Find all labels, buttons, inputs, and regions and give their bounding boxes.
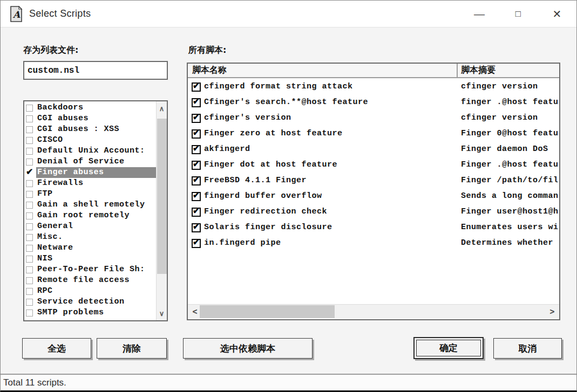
table-row[interactable]: akfingerdFinger daemon DoS	[188, 143, 559, 159]
script-name: cfinger's version	[204, 113, 291, 122]
category-item[interactable]: Gain root remotely	[24, 210, 156, 221]
maximize-button[interactable]: □	[499, 1, 538, 27]
category-label: Peer-To-Peer File Sh:	[36, 264, 156, 275]
table-row[interactable]: Solaris finger disclosureEnumerates user…	[188, 221, 559, 237]
category-checkbox[interactable]	[26, 212, 33, 219]
category-checkbox[interactable]	[26, 310, 33, 317]
category-checkbox[interactable]	[26, 115, 33, 122]
scroll-down-icon[interactable]: ∨	[157, 306, 167, 320]
script-checkbox[interactable]	[192, 223, 201, 232]
category-checkbox[interactable]	[26, 223, 33, 230]
select-dependencies-button[interactable]: 选中依赖脚本	[183, 338, 313, 359]
category-item[interactable]: Peer-To-Peer File Sh:	[24, 264, 156, 275]
category-item[interactable]: Remote file access	[24, 275, 156, 286]
table-row[interactable]: fingerd buffer overflowSends a long comm…	[188, 190, 559, 205]
category-item[interactable]: Finger abuses	[24, 167, 156, 178]
script-table: 脚本名称 脚本摘要 cfingerd format string attackc…	[187, 63, 560, 320]
column-header-script-name[interactable]: 脚本名称	[192, 65, 227, 76]
script-checkbox[interactable]	[192, 145, 201, 154]
script-checkbox[interactable]	[192, 192, 201, 201]
category-checkbox[interactable]	[26, 256, 33, 263]
category-label: RPC	[36, 286, 156, 297]
script-name: cfingerd format string attack	[204, 82, 353, 91]
category-label: NIS	[36, 253, 156, 264]
category-item[interactable]: General	[24, 221, 156, 232]
script-file-icon: A	[10, 6, 23, 22]
script-name: Finger dot at host feature	[204, 160, 337, 169]
column-divider[interactable]	[457, 64, 458, 78]
category-checkbox[interactable]	[26, 234, 33, 241]
window-title: Select Scripts	[29, 8, 91, 19]
category-item[interactable]: RPC	[24, 286, 156, 297]
category-checkbox[interactable]	[26, 137, 33, 144]
category-checkbox[interactable]	[26, 202, 33, 209]
category-item[interactable]: SMTP problems	[24, 307, 156, 318]
script-checkbox[interactable]	[192, 98, 201, 107]
category-item[interactable]: CGI abuses	[24, 113, 156, 124]
category-checkbox[interactable]	[26, 191, 33, 198]
status-text: Total 11 scripts.	[3, 377, 66, 388]
clear-button[interactable]: 清除	[97, 338, 167, 359]
category-checkbox[interactable]	[26, 169, 33, 176]
category-item[interactable]: Default Unix Account:	[24, 146, 156, 156]
scroll-up-icon[interactable]: ∧	[157, 101, 167, 115]
category-label: Misc.	[36, 232, 156, 243]
category-scrollbar[interactable]: ∧ ∨	[156, 101, 167, 320]
category-checkbox[interactable]	[26, 266, 33, 273]
column-header-script-summary[interactable]: 脚本摘要	[461, 65, 495, 76]
minimize-button[interactable]: —	[460, 1, 499, 27]
table-row[interactable]: Finger dot at host featureFinger .@host …	[188, 159, 559, 174]
category-item[interactable]: Backdoors	[24, 102, 156, 113]
category-item[interactable]: CGI abuses : XSS	[24, 124, 156, 135]
select-all-button[interactable]: 全选	[22, 338, 91, 359]
scrollbar-thumb[interactable]	[200, 305, 335, 318]
script-checkbox[interactable]	[192, 239, 201, 248]
category-item[interactable]: NIS	[24, 253, 156, 264]
scroll-right-icon[interactable]: >	[545, 305, 559, 318]
table-row[interactable]: cfinger's versioncfinger version	[188, 112, 559, 127]
category-checkbox[interactable]	[26, 159, 33, 166]
category-item[interactable]: Firewalls	[24, 178, 156, 189]
table-row[interactable]: Cfinger's search.**@host featurefinger .…	[188, 96, 559, 112]
category-item[interactable]: Netware	[24, 243, 156, 253]
script-name: Finger zero at host feature	[204, 129, 343, 138]
script-name: fingerd buffer overflow	[204, 191, 322, 201]
category-item[interactable]: Gain a shell remotely	[24, 200, 156, 210]
category-checkbox[interactable]	[26, 105, 33, 112]
category-label: SMTP problems	[36, 307, 156, 318]
script-checkbox[interactable]	[192, 161, 201, 170]
ok-button[interactable]: 确定	[413, 337, 484, 359]
category-item[interactable]: Misc.	[24, 232, 156, 243]
category-item[interactable]: Service detection	[24, 297, 156, 307]
save-as-list-label: 存为列表文件:	[23, 45, 78, 56]
script-checkbox[interactable]	[192, 208, 201, 217]
table-row[interactable]: cfingerd format string attackcfinger ver…	[188, 80, 559, 96]
script-checkbox[interactable]	[192, 114, 201, 123]
category-checkbox[interactable]	[26, 126, 33, 133]
script-summary: Determines whether	[461, 238, 559, 247]
script-checkbox[interactable]	[192, 82, 201, 92]
title-bar: A Select Scripts — □ ✕	[1, 1, 576, 27]
table-row[interactable]: Finger redirection checkFinger user@host…	[188, 205, 559, 221]
close-button[interactable]: ✕	[538, 1, 576, 27]
filename-input[interactable]	[23, 61, 168, 80]
category-checkbox[interactable]	[26, 288, 33, 295]
category-checkbox[interactable]	[26, 299, 33, 306]
category-item[interactable]: FTP	[24, 189, 156, 200]
script-checkbox[interactable]	[192, 176, 201, 185]
category-label: CGI abuses : XSS	[36, 124, 156, 135]
table-row[interactable]: in.fingerd pipeDetermines whether	[188, 237, 559, 252]
category-checkbox[interactable]	[26, 277, 33, 284]
scrollbar-thumb[interactable]	[157, 119, 167, 274]
table-horizontal-scrollbar[interactable]: < >	[188, 304, 559, 318]
cancel-button[interactable]: 取消	[493, 338, 562, 359]
category-label: Gain root remotely	[36, 210, 156, 221]
category-checkbox[interactable]	[26, 180, 33, 187]
category-checkbox[interactable]	[26, 245, 33, 252]
table-row[interactable]: FreeBSD 4.1.1 FingerFinger /path/to/fil	[188, 174, 559, 190]
category-checkbox[interactable]	[26, 148, 33, 155]
category-item[interactable]: CISCO	[24, 135, 156, 146]
script-checkbox[interactable]	[192, 129, 201, 139]
category-item[interactable]: Denial of Service	[24, 156, 156, 167]
table-row[interactable]: Finger zero at host featureFinger 0@host…	[188, 127, 559, 143]
